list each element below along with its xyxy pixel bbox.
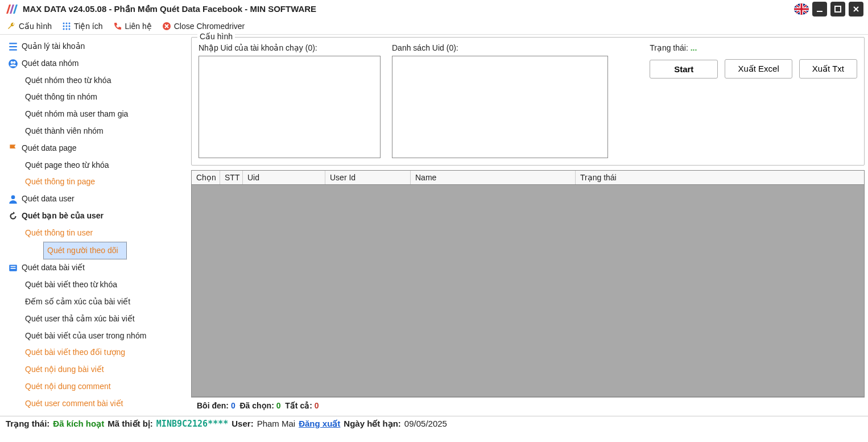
sidebar-item-scan-group[interactable]: Quét data nhóm bbox=[0, 55, 188, 72]
svg-point-13 bbox=[9, 59, 18, 68]
list-uid-label: Danh sách Uid (0): bbox=[392, 43, 608, 52]
utilities-menu[interactable]: Tiện ích bbox=[62, 22, 103, 31]
grid-icon bbox=[62, 22, 71, 31]
svg-point-4 bbox=[66, 23, 68, 24]
sidebar-item-scan-user-post-group[interactable]: Quét bài viết của user trong nhóm bbox=[0, 328, 188, 345]
col-chon[interactable]: Chọn bbox=[192, 171, 220, 184]
input-uid-textarea[interactable] bbox=[199, 56, 381, 158]
counts-bar: Bôi đen: 0 Đã chọn: 0 Tất cả: 0 bbox=[191, 397, 865, 414]
toolbar-label: Cấu hình bbox=[19, 22, 52, 31]
sidebar-item-scan-group-user-join[interactable]: Quét nhóm mà user tham gia bbox=[0, 106, 188, 123]
main-panel: Cấu hình Nhập Uid của tài khoản chạy (0)… bbox=[188, 35, 868, 416]
svg-rect-18 bbox=[11, 266, 16, 267]
sidebar-item-scan-user-friends[interactable]: Quét bạn bè của user bbox=[0, 208, 188, 225]
sidebar-item-scan-page-info[interactable]: Quét thông tin page bbox=[0, 174, 188, 191]
results-table: Chọn STT Uid User Id Name Trạng thái bbox=[191, 170, 865, 397]
username: Pham Mai bbox=[257, 419, 296, 428]
col-name[interactable]: Name bbox=[411, 171, 576, 184]
input-uid-label: Nhập Uid của tài khoản chạy (0): bbox=[199, 43, 381, 52]
sidebar-item-scan-group-info[interactable]: Quét thông tin nhóm bbox=[0, 89, 188, 106]
export-txt-button[interactable]: Xuất Txt bbox=[799, 59, 857, 79]
export-excel-button[interactable]: Xuất Excel bbox=[725, 59, 792, 79]
rocket-icon bbox=[8, 415, 18, 416]
sidebar-item-scan-post-content[interactable]: Quét nội dung bài viết bbox=[0, 361, 188, 378]
config-legend: Cấu hình bbox=[197, 32, 235, 41]
close-chromedriver-button[interactable]: Close Chromedriver bbox=[162, 22, 245, 31]
col-uid[interactable]: Uid bbox=[243, 171, 325, 184]
col-stt[interactable]: STT bbox=[220, 171, 243, 184]
svg-point-15 bbox=[13, 61, 16, 64]
contact-menu[interactable]: Liên hệ bbox=[113, 22, 152, 31]
window-title: MAX DATA v24.05.08 - Phần Mềm Quét Data … bbox=[23, 4, 794, 14]
svg-point-8 bbox=[69, 26, 71, 27]
sidebar-item-scan-post-by-target[interactable]: Quét bài viết theo đối tượng bbox=[0, 344, 188, 361]
minimize-button[interactable] bbox=[812, 2, 827, 16]
svg-point-14 bbox=[11, 61, 14, 64]
start-button[interactable]: Start bbox=[650, 60, 718, 79]
title-bar: MAX DATA v24.05.08 - Phần Mềm Quét Data … bbox=[0, 0, 868, 18]
logout-link[interactable]: Đăng xuất bbox=[299, 419, 340, 429]
sidebar: Quản lý tài khoản Quét data nhóm Quét nh… bbox=[0, 35, 188, 416]
svg-rect-1 bbox=[817, 11, 822, 12]
sidebar-item-other-func[interactable]: Chức năng khác bbox=[0, 412, 188, 416]
status-bar: Trạng thái: Đã kích hoạt Mã thiết bị: MI… bbox=[0, 416, 868, 431]
sidebar-item-scan-group-keyword[interactable]: Quét nhóm theo từ khóa bbox=[0, 72, 188, 89]
sidebar-item-scan-followers[interactable]: Quét người theo dõi bbox=[43, 242, 127, 260]
svg-rect-19 bbox=[11, 268, 16, 269]
list-uid-textarea[interactable] bbox=[392, 56, 608, 158]
status-line: Trạng thái: ... bbox=[650, 43, 857, 52]
sidebar-item-scan-post-keyword[interactable]: Quét bài viết theo từ khóa bbox=[0, 276, 188, 294]
sidebar-item-scan-group-members[interactable]: Quét thành viên nhóm bbox=[0, 123, 188, 140]
sidebar-item-scan-page-keyword[interactable]: Quét page theo từ khóa bbox=[0, 157, 188, 174]
sidebar-item-manage-accounts[interactable]: Quản lý tài khoản bbox=[0, 38, 188, 55]
close-button[interactable] bbox=[849, 2, 863, 16]
expire-date: 09/05/2025 bbox=[404, 419, 447, 428]
col-status[interactable]: Trạng thái bbox=[576, 171, 864, 184]
table-header: Chọn STT Uid User Id Name Trạng thái bbox=[192, 171, 864, 185]
app-logo-icon bbox=[5, 2, 18, 16]
close-circle-icon bbox=[162, 22, 171, 31]
svg-rect-2 bbox=[835, 6, 841, 12]
table-body[interactable] bbox=[192, 185, 864, 396]
wrench-icon bbox=[7, 22, 16, 31]
language-flag-icon[interactable] bbox=[794, 3, 809, 15]
toolbar-label: Tiện ích bbox=[74, 22, 103, 31]
svg-point-5 bbox=[69, 23, 71, 24]
user-icon bbox=[8, 194, 18, 204]
post-icon bbox=[8, 263, 18, 273]
sidebar-item-scan-user[interactable]: Quét data user bbox=[0, 191, 188, 208]
toolbar-label: Liên hệ bbox=[125, 22, 152, 31]
config-groupbox: Cấu hình Nhập Uid của tài khoản chạy (0)… bbox=[191, 37, 865, 166]
svg-point-11 bbox=[69, 28, 71, 30]
refresh-icon bbox=[8, 211, 18, 221]
svg-point-6 bbox=[63, 26, 65, 27]
sidebar-item-scan-comment-users[interactable]: Quét user comment bài viết bbox=[0, 395, 188, 412]
group-icon bbox=[8, 59, 18, 69]
phone-icon bbox=[113, 22, 122, 31]
svg-point-10 bbox=[66, 28, 68, 30]
svg-point-3 bbox=[63, 23, 65, 24]
device-id: MINB9C2126**** bbox=[156, 419, 228, 429]
svg-point-7 bbox=[66, 26, 68, 27]
toolbar-label: Close Chromedriver bbox=[174, 22, 245, 31]
maximize-button[interactable] bbox=[830, 2, 845, 16]
list-icon bbox=[8, 42, 18, 52]
flag-icon bbox=[8, 143, 18, 154]
sidebar-item-scan-reaction-users[interactable]: Quét user thả cảm xúc bài viết bbox=[0, 311, 188, 328]
svg-point-16 bbox=[11, 195, 15, 199]
sidebar-item-scan-page[interactable]: Quét data page bbox=[0, 140, 188, 157]
sidebar-item-scan-user-info[interactable]: Quét thông tin user bbox=[0, 225, 188, 242]
sidebar-item-scan-post[interactable]: Quét data bài viết bbox=[0, 259, 188, 276]
sidebar-item-count-reactions[interactable]: Đếm số cảm xúc của bài viết bbox=[0, 294, 188, 311]
toolbar: Cấu hình Tiện ích Liên hệ Close Chromedr… bbox=[0, 18, 868, 35]
col-userid[interactable]: User Id bbox=[325, 171, 411, 184]
activation-status: Đã kích hoạt bbox=[53, 419, 104, 429]
config-menu[interactable]: Cấu hình bbox=[7, 22, 52, 31]
svg-point-9 bbox=[63, 28, 65, 30]
sidebar-item-scan-comment-content[interactable]: Quét nội dung comment bbox=[0, 378, 188, 395]
